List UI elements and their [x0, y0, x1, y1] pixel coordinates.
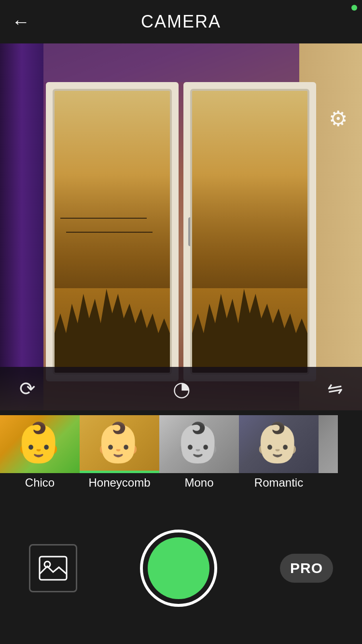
filter-active-indicator [80, 471, 159, 473]
filter-label-honeycomb: Honeycomb [88, 476, 150, 490]
window-pane-right [183, 82, 316, 381]
status-dot [351, 5, 357, 11]
filter-label-romantic: Romantic [254, 476, 303, 490]
gallery-button[interactable] [29, 544, 77, 592]
filter-label-chico: Chico [25, 476, 55, 490]
filter-strip: Chico Honeycomb Mono Romantic [0, 410, 362, 492]
pro-button[interactable]: PRO [280, 554, 333, 583]
filter-label-mono: Mono [184, 476, 213, 490]
filter-item-chico[interactable]: Chico [0, 415, 80, 490]
filter-thumb-mono [159, 415, 239, 473]
window-frame [46, 82, 316, 381]
filter-thumb-chico [0, 415, 80, 473]
action-bar: PRO [0, 492, 362, 644]
filter-thumb-honeycomb [80, 415, 159, 473]
curtain [0, 43, 43, 410]
shuffle-button[interactable]: ⇌ [325, 377, 344, 401]
camera-viewfinder[interactable]: ⚙ ⟳ ◔ ⇌ [0, 43, 362, 410]
filter-item-romantic[interactable]: Romantic [239, 415, 319, 490]
page-title: CAMERA [141, 12, 221, 32]
flip-camera-button[interactable]: ⟳ [19, 378, 36, 400]
back-button[interactable]: ← [12, 13, 30, 31]
timer-button[interactable]: ◔ [173, 377, 191, 401]
shutter-inner [148, 537, 209, 599]
window-pane-left [46, 82, 179, 381]
shutter-button[interactable] [140, 530, 217, 607]
header: ← CAMERA [0, 0, 362, 43]
svg-rect-0 [40, 557, 67, 580]
camera-controls-bar: ⟳ ◔ ⇌ [0, 367, 362, 410]
filter-item-mono[interactable]: Mono [159, 415, 239, 490]
filter-item-extra[interactable] [319, 415, 338, 473]
filter-thumb-extra [319, 415, 338, 473]
settings-icon[interactable]: ⚙ [329, 106, 348, 131]
filter-item-honeycomb[interactable]: Honeycomb [80, 415, 159, 490]
filter-thumb-romantic [239, 415, 319, 473]
camera-preview [0, 43, 362, 410]
gallery-icon [39, 556, 68, 581]
pro-label: PRO [290, 560, 323, 576]
